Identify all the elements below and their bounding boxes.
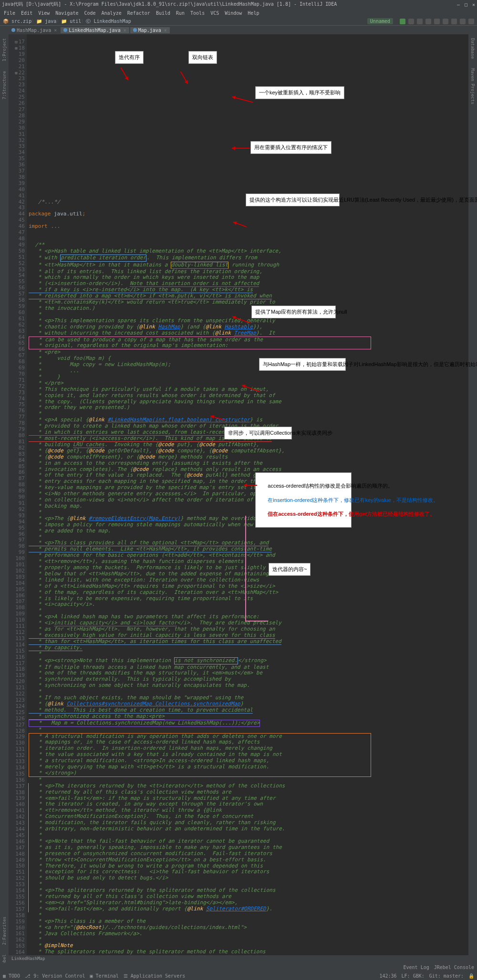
run-config[interactable]: Unnamed <box>367 18 393 24</box>
arrow <box>232 148 250 149</box>
menu-vcs[interactable]: VCS <box>208 10 221 16</box>
stop-icon[interactable] <box>417 19 423 24</box>
crumb-src.zip[interactable]: 📦 src.zip <box>3 19 31 24</box>
class-icon <box>11 28 15 32</box>
update-icon[interactable] <box>425 19 431 24</box>
max-icon[interactable]: □ <box>465 2 467 7</box>
right-tool-rail[interactable]: Database Maven Projects <box>468 34 477 970</box>
search-icon[interactable] <box>468 19 474 24</box>
breadcrumb-class[interactable]: LinkedHashMap <box>9 955 468 963</box>
project-tool[interactable]: 1:Project <box>2 38 7 61</box>
callout-reinsert: 一个key被重新插入，顺序不受影响 <box>256 87 344 99</box>
class-icon <box>63 28 67 32</box>
crumb-util[interactable]: 📁 util <box>61 19 81 24</box>
editor[interactable]: 迭代有序 双向链表 一个key被重新插入，顺序不受影响 用在需要插入位置有序的情… <box>27 34 468 970</box>
appservers-tool[interactable]: ☰ Application Servers <box>124 973 185 979</box>
menu-navigate[interactable]: Navigate <box>53 10 80 16</box>
trace-line <box>245 516 246 621</box>
trace-line <box>245 621 268 622</box>
menu-edit[interactable]: Edit <box>19 10 34 16</box>
jrebel-console[interactable]: JRebel Console <box>434 965 474 970</box>
menu-view[interactable]: View <box>36 10 52 16</box>
statusbar: Event Log JRebel Console <box>0 963 477 971</box>
favorites-tool[interactable]: 2:Favorites <box>2 917 7 945</box>
menu-build[interactable]: Build <box>154 10 172 16</box>
structure-tool[interactable]: 7:Structure <box>2 71 7 100</box>
min-icon[interactable]: — <box>457 2 460 7</box>
menu-help[interactable]: Help <box>246 10 261 16</box>
tab-LinkedHashMap.java[interactable]: LinkedHashMap.java× <box>61 27 129 33</box>
git-branch[interactable]: Git: master: <box>429 973 464 979</box>
vcs-tool[interactable]: ⎇ 9: Version Control <box>25 973 85 979</box>
maven-tool[interactable]: Maven Projects <box>470 68 475 104</box>
left-tool-rail[interactable]: 1:Project 7:Structure 2:Favorites JRebel <box>0 34 9 970</box>
menu-window[interactable]: Window <box>223 10 244 16</box>
callout-ops: 提供了Map应有的所有算法，允许为null <box>252 306 335 318</box>
arrow <box>180 71 188 84</box>
tab-Map.java[interactable]: Map.java× <box>130 27 170 33</box>
gutter: ⊟17⊞18192021⊞222323242526272829303132333… <box>9 34 27 970</box>
tab-HashMap.java[interactable]: HashMap.java× <box>9 27 60 33</box>
arrow <box>232 96 253 103</box>
menu-refactor[interactable]: Refactor <box>125 10 152 16</box>
structure-icon[interactable] <box>460 19 466 24</box>
vcs-icon[interactable] <box>443 19 448 24</box>
bottom-bar[interactable]: ▦ TODO ⎇ 9: Version Control ▣ Terminal ☰… <box>0 971 477 980</box>
run-icon[interactable] <box>400 19 405 24</box>
lock-icon: 🔒 <box>468 973 474 979</box>
event-log[interactable]: Event Log <box>404 965 429 970</box>
database-tool[interactable]: Database <box>470 38 475 59</box>
sync-icon[interactable] <box>451 19 457 24</box>
github-icon[interactable] <box>434 19 440 24</box>
menu-run[interactable]: Run <box>174 10 187 16</box>
debug-icon[interactable] <box>408 19 414 24</box>
close-tab-icon[interactable]: × <box>124 28 126 33</box>
todo-tool[interactable]: ▦ TODO <box>3 973 20 979</box>
callout-iter-order: 迭代有序 <box>115 51 143 63</box>
menu-code[interactable]: Code <box>82 10 97 16</box>
arrow <box>244 485 257 486</box>
callout-lru: 提供的这个构造方法可以让我们实现最近LRU算法(Least Recently U… <box>246 194 339 206</box>
class-icon <box>133 28 137 32</box>
callout-orderedcopy: 用在需要插入位置有序的情况下 <box>251 142 331 153</box>
editor-tabs[interactable]: HashMap.java×LinkedHashMap.java×Map.java… <box>0 26 477 34</box>
crumb-java[interactable]: 📁 java <box>36 19 56 24</box>
menubar[interactable]: FileEditViewNavigateCodeAnalyzeRefactorB… <box>0 9 477 17</box>
menu-tools[interactable]: Tools <box>188 10 207 16</box>
caret-pos: 142:36 <box>379 973 396 979</box>
terminal-tool[interactable]: ▣ Terminal <box>90 973 119 979</box>
tab-label: Map.java <box>138 28 161 33</box>
callout-sync: 非同步，可以调用Collections来实现该类同步 <box>225 427 291 439</box>
window-title: java代码 [D:\java代码] - X:\Program Files\Ja… <box>2 1 337 8</box>
callout-capacity: 与HashMap一样，初始容量和装载因子对LinkedHashMap影响是很大的… <box>259 358 345 370</box>
close-tab-icon[interactable]: × <box>164 28 167 33</box>
crumb-LinkedHashMap[interactable]: Ⓒ LinkedHashMap <box>86 19 131 24</box>
callout-iterator: 迭代器的内容~ <box>269 563 310 575</box>
tab-label: HashMap.java <box>17 28 51 33</box>
close-icon[interactable]: ✕ <box>472 2 475 7</box>
tab-label: LinkedHashMap.java <box>69 28 120 33</box>
titlebar: java代码 [D:\java代码] - X:\Program Files\Ja… <box>0 0 477 9</box>
toolbar-icons[interactable] <box>400 19 474 24</box>
callout-doubly: 双向链表 <box>189 51 217 63</box>
callout-structmod: access-ordered结构性的修改是会影响遍历的顺序的。 在inserti… <box>256 473 351 527</box>
menu-analyze[interactable]: Analyze <box>100 10 124 16</box>
menu-file[interactable]: File <box>2 10 17 16</box>
encoding[interactable]: LF: GBK: <box>402 973 425 979</box>
close-tab-icon[interactable]: × <box>54 28 57 33</box>
arrow <box>121 68 129 81</box>
breadcrumb-bar: 📦 src.zip〉📁 java〉📁 util〉Ⓒ LinkedHashMap … <box>0 17 477 26</box>
